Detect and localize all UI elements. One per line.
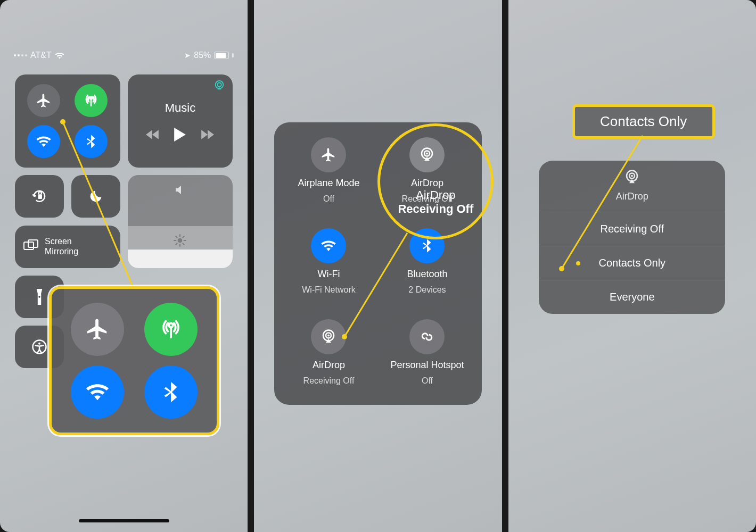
option-contacts-only[interactable]: Contacts Only (539, 246, 725, 280)
wifi-icon (55, 52, 64, 59)
svg-point-21 (631, 175, 633, 177)
music-tile[interactable]: Music (128, 74, 233, 168)
airdrop-item[interactable]: AirDrop Receiving Off (378, 137, 476, 204)
svg-point-13 (426, 153, 429, 155)
music-transport (146, 128, 214, 142)
music-title: Music (165, 101, 195, 115)
svg-point-6 (38, 296, 40, 297)
battery-percent: 85% (194, 51, 211, 60)
airplane-icon (71, 303, 124, 356)
wifi-toggle[interactable] (27, 125, 60, 158)
airdrop-icon (539, 169, 725, 188)
airplane-icon (311, 137, 346, 172)
airplane-mode-toggle[interactable] (27, 84, 60, 117)
airdrop-title: AirDrop (539, 191, 725, 202)
status-bar: AT&T ➤ 85% (0, 49, 248, 62)
airdrop2-label: AirDrop (313, 360, 345, 371)
svg-point-16 (328, 335, 330, 337)
hotspot-label: Personal Hotspot (390, 360, 464, 371)
wifi-item[interactable]: Wi-Fi Wi-Fi Network (280, 228, 378, 295)
play-button[interactable] (174, 128, 186, 142)
option-everyone[interactable]: Everyone (539, 280, 725, 314)
wifi-label: Wi-Fi (317, 269, 340, 280)
airplane-mode-item[interactable]: Airplane Mode Off (280, 137, 378, 204)
panel-airdrop-options: Contacts Only AirDrop Receiving Off Cont… (508, 0, 756, 532)
airdrop-icon (409, 137, 445, 172)
connectivity-tile[interactable] (15, 74, 120, 168)
cellular-data-toggle[interactable] (75, 84, 108, 117)
panel-connectivity-expanded: Airplane Mode Off AirDrop Receiving Off … (254, 0, 502, 532)
volume-slider[interactable] (128, 175, 233, 268)
connectivity-zoom-callout (49, 286, 219, 435)
airdrop-options-card: AirDrop Receiving Off Contacts Only Ever… (539, 161, 725, 314)
screen-mirroring-icon (23, 239, 38, 254)
panel-control-center: AT&T ➤ 85% (0, 0, 248, 532)
bluetooth-item[interactable]: Bluetooth 2 Devices (378, 228, 476, 295)
bluetooth-status: 2 Devices (408, 285, 446, 295)
do-not-disturb-toggle[interactable] (71, 175, 120, 218)
svg-rect-2 (38, 194, 42, 199)
hotspot-status: Off (422, 376, 433, 386)
wifi-status: Wi-Fi Network (302, 285, 355, 295)
battery-icon (214, 52, 229, 59)
location-icon: ➤ (184, 51, 191, 60)
airdrop-label: AirDrop (411, 178, 443, 189)
screen-mirroring-button[interactable]: Screen Mirroring (15, 226, 120, 268)
carrier-label: AT&T (30, 51, 52, 60)
home-indicator[interactable] (79, 519, 169, 522)
airdrop-header: AirDrop (539, 161, 725, 212)
hotspot-icon (409, 319, 445, 354)
airplane-label: Airplane Mode (298, 178, 359, 189)
airdrop2-status: Receiving Off (303, 376, 355, 386)
airdrop-item-2[interactable]: AirDrop Receiving Off (280, 319, 378, 386)
connectivity-expanded-card: Airplane Mode Off AirDrop Receiving Off … (274, 122, 482, 405)
airdrop-status: Receiving Off (402, 194, 453, 204)
svg-point-8 (38, 343, 40, 345)
option-receiving-off[interactable]: Receiving Off (539, 212, 725, 246)
orientation-lock-toggle[interactable] (15, 175, 64, 218)
cellular-icon (144, 303, 198, 356)
volume-icon (174, 184, 186, 198)
airplane-status: Off (323, 194, 334, 204)
bluetooth-toggle[interactable] (75, 125, 108, 158)
airdrop-icon (311, 319, 346, 354)
screen-mirroring-label: Screen Mirroring (45, 237, 78, 256)
next-track-button[interactable] (200, 129, 214, 140)
airplay-icon[interactable] (213, 80, 225, 94)
bluetooth-label: Bluetooth (407, 269, 447, 280)
bluetooth-icon (144, 365, 198, 419)
svg-point-1 (218, 83, 221, 87)
cell-signal-icon (14, 54, 27, 56)
annotation-callout-box: Contacts Only (572, 104, 715, 139)
bluetooth-icon (409, 228, 445, 263)
prev-track-button[interactable] (146, 129, 160, 140)
hotspot-item[interactable]: Personal Hotspot Off (378, 319, 476, 386)
wifi-icon (311, 228, 346, 263)
tutorial-triptych: AT&T ➤ 85% (0, 0, 756, 532)
wifi-icon (71, 365, 124, 419)
